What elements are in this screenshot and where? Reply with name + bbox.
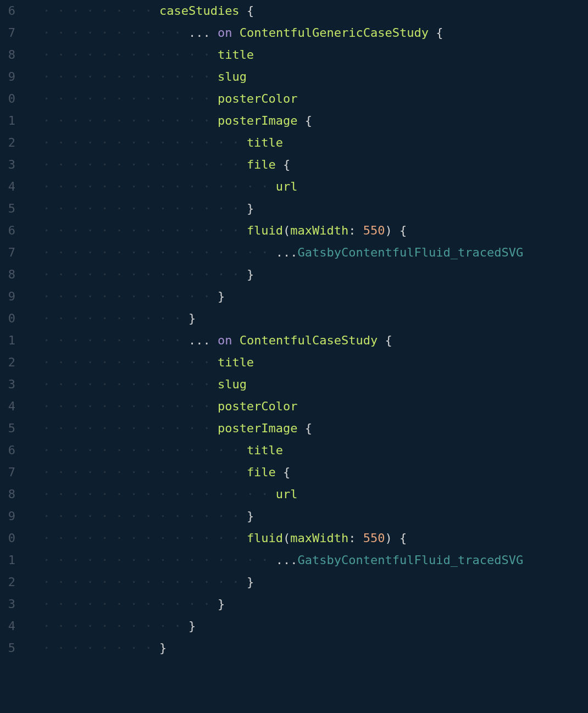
- line-number: 1: [0, 549, 15, 571]
- line-number: 9: [0, 66, 15, 88]
- line-number-gutter: 6 7 8 9 0 1 2 3 4 5 6 7 8 9 0 1 2 3 4 5 …: [0, 0, 15, 659]
- line-number: 8: [0, 44, 15, 66]
- code-line: · · · · · · · · · · · · title: [43, 352, 588, 374]
- code-line: · · · · · · · · · · · · title: [43, 44, 588, 66]
- line-number: 0: [0, 527, 15, 549]
- line-number: 1: [0, 330, 15, 352]
- line-number: 6: [0, 0, 15, 22]
- code-line: · · · · · · · · · · · · slug: [43, 66, 588, 88]
- code-line: · · · · · · · · caseStudies {: [43, 0, 588, 22]
- line-number: 4: [0, 176, 15, 198]
- line-number: 2: [0, 352, 15, 374]
- code-line: · · · · · · · · · · }: [43, 308, 588, 330]
- code-line: · · · · · · · · · · · · slug: [43, 374, 588, 396]
- code-line: · · · · · · · · · · · · · · }: [43, 505, 588, 527]
- line-number: 9: [0, 286, 15, 308]
- line-number: 5: [0, 637, 15, 659]
- line-number: 1: [0, 110, 15, 132]
- line-number: 3: [0, 593, 15, 615]
- code-line: · · · · · · · · · · · · posterImage {: [43, 417, 588, 439]
- code-line: · · · · · · · · · · · · · · file {: [43, 154, 588, 176]
- code-line: · · · · · · · · · · · · · · title: [43, 132, 588, 154]
- line-number: 0: [0, 308, 15, 330]
- line-number: 3: [0, 374, 15, 396]
- code-line: · · · · · · · · · · · · · · fluid(maxWid…: [43, 220, 588, 242]
- line-number: 8: [0, 483, 15, 505]
- line-number: 7: [0, 22, 15, 44]
- code-line: · · · · · · · · · · · · · · }: [43, 571, 588, 593]
- line-number: 5: [0, 417, 15, 439]
- code-line: · · · · · · · · · · · · posterColor: [43, 396, 588, 417]
- code-line: · · · · · · · · · · · · · · file {: [43, 461, 588, 483]
- code-line: · · · · · · · · · · · · · · · · url: [43, 176, 588, 198]
- code-line: · · · · · · · · · · · · }: [43, 286, 588, 308]
- code-line: · · · · · · · · · · ... on ContentfulCas…: [43, 330, 588, 352]
- code-line: · · · · · · · · · · · · · · title: [43, 439, 588, 461]
- line-number: 0: [0, 88, 15, 110]
- code-line: · · · · · · · · · · · · posterColor: [43, 88, 588, 110]
- line-number: 7: [0, 461, 15, 483]
- code-line: · · · · · · · · · · · · · · · · ...Gatsb…: [43, 549, 588, 571]
- line-number: 2: [0, 571, 15, 593]
- line-number: 4: [0, 615, 15, 637]
- code-line: · · · · · · · · · · · · · · fluid(maxWid…: [43, 527, 588, 549]
- code-line: · · · · · · · · · · · · · · }: [43, 264, 588, 286]
- code-editor: 6 7 8 9 0 1 2 3 4 5 6 7 8 9 0 1 2 3 4 5 …: [0, 0, 588, 659]
- code-line: · · · · · · · · · · ... on ContentfulGen…: [43, 22, 588, 44]
- code-content[interactable]: · · · · · · · · caseStudies { · · · · · …: [15, 0, 588, 659]
- code-line: · · · · · · · · · · · · }: [43, 593, 588, 615]
- line-number: 5: [0, 198, 15, 220]
- code-line: · · · · · · · · · · · · posterImage {: [43, 110, 588, 132]
- line-number: 9: [0, 505, 15, 527]
- line-number: 2: [0, 132, 15, 154]
- code-line: · · · · · · · · · · · · · · · · ...Gatsb…: [43, 242, 588, 264]
- line-number: 6: [0, 439, 15, 461]
- line-number: 8: [0, 264, 15, 286]
- code-line: · · · · · · · · · · · · · · · · url: [43, 483, 588, 505]
- code-line: · · · · · · · · · · · · · · }: [43, 198, 588, 220]
- line-number: 3: [0, 154, 15, 176]
- line-number: 6: [0, 220, 15, 242]
- code-line: · · · · · · · · · · }: [43, 615, 588, 637]
- code-line: · · · · · · · · }: [43, 637, 588, 659]
- line-number: 4: [0, 396, 15, 417]
- line-number: 7: [0, 242, 15, 264]
